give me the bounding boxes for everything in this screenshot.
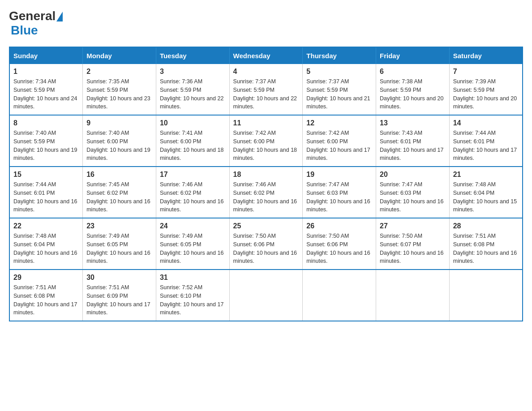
calendar-body: 1 Sunrise: 7:34 AM Sunset: 5:59 PM Dayli… [9,64,523,321]
day-number: 4 [233,68,299,76]
calendar-cell: 15 Sunrise: 7:44 AM Sunset: 6:01 PM Dayl… [9,167,83,218]
calendar-cell: 2 Sunrise: 7:35 AM Sunset: 5:59 PM Dayli… [83,64,156,115]
day-info: Sunrise: 7:51 AM Sunset: 6:08 PM Dayligh… [453,232,519,265]
day-info: Sunrise: 7:51 AM Sunset: 6:08 PM Dayligh… [13,283,79,317]
day-info: Sunrise: 7:48 AM Sunset: 6:04 PM Dayligh… [13,232,79,265]
day-info: Sunrise: 7:42 AM Sunset: 6:00 PM Dayligh… [233,129,299,163]
day-number: 19 [306,171,372,179]
day-info: Sunrise: 7:44 AM Sunset: 6:01 PM Dayligh… [13,180,79,214]
calendar-cell: 6 Sunrise: 7:38 AM Sunset: 5:59 PM Dayli… [376,64,450,115]
day-number: 3 [160,68,226,76]
weekday-header-sunday: Sunday [9,47,83,64]
weekday-header-tuesday: Tuesday [156,47,229,64]
logo: General Blue [9,9,63,38]
day-info: Sunrise: 7:36 AM Sunset: 5:59 PM Dayligh… [160,77,226,111]
calendar-cell: 1 Sunrise: 7:34 AM Sunset: 5:59 PM Dayli… [9,64,83,115]
calendar-cell: 30 Sunrise: 7:51 AM Sunset: 6:09 PM Dayl… [83,270,156,321]
day-info: Sunrise: 7:40 AM Sunset: 5:59 PM Dayligh… [13,129,79,163]
weekday-header-wednesday: Wednesday [229,47,303,64]
day-info: Sunrise: 7:46 AM Sunset: 6:02 PM Dayligh… [160,180,226,214]
day-info: Sunrise: 7:37 AM Sunset: 5:59 PM Dayligh… [306,77,372,111]
day-info: Sunrise: 7:49 AM Sunset: 6:05 PM Dayligh… [160,232,226,265]
day-number: 27 [380,222,446,230]
day-number: 20 [380,171,446,179]
day-number: 15 [13,171,79,179]
day-info: Sunrise: 7:50 AM Sunset: 6:06 PM Dayligh… [306,232,372,265]
weekday-row: SundayMondayTuesdayWednesdayThursdayFrid… [9,47,523,64]
day-number: 22 [13,222,79,230]
day-info: Sunrise: 7:50 AM Sunset: 6:06 PM Dayligh… [233,232,299,265]
day-number: 24 [160,222,226,230]
calendar-cell: 18 Sunrise: 7:46 AM Sunset: 6:02 PM Dayl… [229,167,303,218]
calendar-cell: 5 Sunrise: 7:37 AM Sunset: 5:59 PM Dayli… [303,64,376,115]
calendar-cell: 13 Sunrise: 7:43 AM Sunset: 6:01 PM Dayl… [376,115,450,167]
week-row-2: 8 Sunrise: 7:40 AM Sunset: 5:59 PM Dayli… [9,115,523,167]
day-info: Sunrise: 7:34 AM Sunset: 5:59 PM Dayligh… [13,77,79,111]
calendar-cell: 23 Sunrise: 7:49 AM Sunset: 6:05 PM Dayl… [83,218,156,270]
day-info: Sunrise: 7:37 AM Sunset: 5:59 PM Dayligh… [233,77,299,111]
day-number: 5 [306,68,372,76]
day-info: Sunrise: 7:41 AM Sunset: 6:00 PM Dayligh… [160,129,226,163]
day-number: 14 [453,119,519,127]
calendar-cell: 24 Sunrise: 7:49 AM Sunset: 6:05 PM Dayl… [156,218,229,270]
day-number: 25 [233,222,299,230]
day-info: Sunrise: 7:45 AM Sunset: 6:02 PM Dayligh… [86,180,152,214]
logo-general-text: General [9,9,56,23]
day-number: 26 [306,222,372,230]
day-number: 28 [453,222,519,230]
calendar-cell: 26 Sunrise: 7:50 AM Sunset: 6:06 PM Dayl… [303,218,376,270]
page-header: General Blue [9,9,523,38]
weekday-header-friday: Friday [376,47,450,64]
calendar-cell: 29 Sunrise: 7:51 AM Sunset: 6:08 PM Dayl… [9,270,83,321]
calendar-cell: 10 Sunrise: 7:41 AM Sunset: 6:00 PM Dayl… [156,115,229,167]
day-number: 11 [233,119,299,127]
calendar-cell: 28 Sunrise: 7:51 AM Sunset: 6:08 PM Dayl… [449,218,523,270]
weekday-header-thursday: Thursday [303,47,376,64]
day-number: 6 [380,68,446,76]
day-number: 12 [306,119,372,127]
day-info: Sunrise: 7:38 AM Sunset: 5:59 PM Dayligh… [380,77,446,111]
day-info: Sunrise: 7:42 AM Sunset: 6:00 PM Dayligh… [306,129,372,163]
weekday-header-saturday: Saturday [449,47,523,64]
calendar-cell [229,270,303,321]
week-row-4: 22 Sunrise: 7:48 AM Sunset: 6:04 PM Dayl… [9,218,523,270]
day-number: 1 [13,68,79,76]
calendar-cell: 31 Sunrise: 7:52 AM Sunset: 6:10 PM Dayl… [156,270,229,321]
calendar-cell: 11 Sunrise: 7:42 AM Sunset: 6:00 PM Dayl… [229,115,303,167]
calendar-cell: 7 Sunrise: 7:39 AM Sunset: 5:59 PM Dayli… [449,64,523,115]
week-row-3: 15 Sunrise: 7:44 AM Sunset: 6:01 PM Dayl… [9,167,523,218]
calendar-cell [376,270,450,321]
day-info: Sunrise: 7:46 AM Sunset: 6:02 PM Dayligh… [233,180,299,214]
day-number: 8 [13,119,79,127]
day-info: Sunrise: 7:39 AM Sunset: 5:59 PM Dayligh… [453,77,519,111]
calendar-cell: 21 Sunrise: 7:48 AM Sunset: 6:04 PM Dayl… [449,167,523,218]
day-info: Sunrise: 7:44 AM Sunset: 6:01 PM Dayligh… [453,129,519,163]
day-number: 21 [453,171,519,179]
calendar-cell: 19 Sunrise: 7:47 AM Sunset: 6:03 PM Dayl… [303,167,376,218]
calendar-cell: 17 Sunrise: 7:46 AM Sunset: 6:02 PM Dayl… [156,167,229,218]
calendar-cell: 14 Sunrise: 7:44 AM Sunset: 6:01 PM Dayl… [449,115,523,167]
week-row-5: 29 Sunrise: 7:51 AM Sunset: 6:08 PM Dayl… [9,270,523,321]
day-number: 30 [86,274,152,282]
day-info: Sunrise: 7:43 AM Sunset: 6:01 PM Dayligh… [380,129,446,163]
day-number: 31 [160,274,226,282]
calendar-cell: 20 Sunrise: 7:47 AM Sunset: 6:03 PM Dayl… [376,167,450,218]
day-info: Sunrise: 7:48 AM Sunset: 6:04 PM Dayligh… [453,180,519,214]
day-number: 2 [86,68,152,76]
calendar-cell: 9 Sunrise: 7:40 AM Sunset: 6:00 PM Dayli… [83,115,156,167]
day-number: 13 [380,119,446,127]
calendar-cell: 25 Sunrise: 7:50 AM Sunset: 6:06 PM Dayl… [229,218,303,270]
day-number: 29 [13,274,79,282]
calendar-header: SundayMondayTuesdayWednesdayThursdayFrid… [9,47,523,64]
weekday-header-monday: Monday [83,47,156,64]
day-info: Sunrise: 7:50 AM Sunset: 6:07 PM Dayligh… [380,232,446,265]
day-info: Sunrise: 7:40 AM Sunset: 6:00 PM Dayligh… [86,129,152,163]
calendar-cell: 3 Sunrise: 7:36 AM Sunset: 5:59 PM Dayli… [156,64,229,115]
calendar-table: SundayMondayTuesdayWednesdayThursdayFrid… [9,47,523,321]
calendar-cell: 8 Sunrise: 7:40 AM Sunset: 5:59 PM Dayli… [9,115,83,167]
day-info: Sunrise: 7:47 AM Sunset: 6:03 PM Dayligh… [380,180,446,214]
day-number: 17 [160,171,226,179]
calendar-cell [449,270,523,321]
day-number: 10 [160,119,226,127]
day-info: Sunrise: 7:51 AM Sunset: 6:09 PM Dayligh… [86,283,152,317]
